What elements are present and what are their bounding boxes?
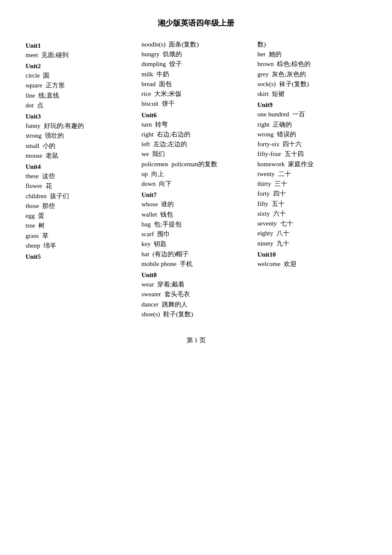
word-en: her xyxy=(257,51,265,58)
word-en: right xyxy=(257,121,269,128)
word-cn: 蛋 xyxy=(38,212,44,219)
word-cn: 一百 xyxy=(292,111,305,118)
word-en: down xyxy=(141,180,156,187)
unit-heading: Unit6 xyxy=(141,112,251,119)
word-entry: 数) xyxy=(257,40,366,49)
word-cn: 点 xyxy=(37,102,43,109)
word-cn: 三十 xyxy=(274,180,287,187)
unit-heading: Unit9 xyxy=(257,101,366,109)
word-cn: policeman的复数 xyxy=(171,161,217,168)
word-cn: 饼干 xyxy=(162,100,175,107)
word-cn: 六十 xyxy=(273,210,286,217)
word-en: grey xyxy=(257,71,269,78)
word-en: egg xyxy=(26,212,35,219)
word-entry: mouse 老鼠 xyxy=(26,151,135,161)
word-en: those xyxy=(26,202,39,209)
word-cn: 钥匙 xyxy=(154,240,167,247)
word-cn: 左边;左边的 xyxy=(153,141,187,147)
word-en: forty-six xyxy=(257,141,280,147)
word-cn: 错误的 xyxy=(277,131,296,138)
word-entry: up 向上 xyxy=(141,169,251,179)
word-en: circle xyxy=(26,72,40,79)
word-en: meet xyxy=(26,52,38,58)
word-cn: 向下 xyxy=(159,180,172,187)
word-cn: 见面;碰到 xyxy=(41,52,69,58)
word-entry: egg 蛋 xyxy=(26,211,135,221)
main-content: Unit1meet 见面;碰到Unit2circle 圆square 正方形li… xyxy=(26,40,366,319)
word-en: grass xyxy=(26,232,39,239)
word-cn: 绵羊 xyxy=(43,242,56,249)
word-entry: whose 谁的 xyxy=(141,199,251,209)
word-cn: 面条(复数) xyxy=(169,41,199,48)
word-entry: strong 强壮的 xyxy=(26,131,135,141)
word-entry: hat (有边的)帽子 xyxy=(141,249,251,259)
page-title: 湘少版英语四年级上册 xyxy=(26,17,366,29)
word-entry: shoe(s) 鞋子(复数) xyxy=(141,309,251,319)
unit-heading: Unit3 xyxy=(26,113,135,120)
word-entry: noodle(s) 面条(复数) xyxy=(141,40,251,49)
word-cn: 右边;右边的 xyxy=(157,131,190,138)
column-1: Unit1meet 见面;碰到Unit2circle 圆square 正方形li… xyxy=(26,40,138,261)
word-cn: 围巾 xyxy=(157,231,170,237)
word-cn: 正确的 xyxy=(273,121,292,128)
word-entry: wallet 钱包 xyxy=(141,210,251,220)
word-en: line xyxy=(26,92,35,99)
word-cn: 转弯 xyxy=(155,121,168,128)
word-en: these xyxy=(26,173,39,179)
word-entry: one hundred 一百 xyxy=(257,110,366,119)
unit-heading: Unit10 xyxy=(257,251,366,258)
word-entry: hungry 饥饿的 xyxy=(141,49,251,59)
word-cn: 四十 xyxy=(273,190,286,197)
word-entry: ninety 九十 xyxy=(257,239,366,249)
word-cn: 五十 xyxy=(272,200,285,207)
word-entry: key 钥匙 xyxy=(141,239,251,249)
word-cn: 钱包 xyxy=(160,211,173,218)
word-cn: 九十 xyxy=(277,240,289,247)
word-cn: 穿着;戴着 xyxy=(157,281,184,288)
word-en: sweater xyxy=(141,291,161,298)
word-cn: 这些 xyxy=(42,173,55,179)
word-cn: 孩子们 xyxy=(50,193,69,199)
word-entry: wrong 错误的 xyxy=(257,130,366,139)
word-entry: square 正方形 xyxy=(26,81,135,90)
word-en: brown xyxy=(257,61,274,67)
word-cn: 家庭作业 xyxy=(288,161,314,168)
word-entry: seventy 七十 xyxy=(257,219,366,228)
word-en: shoe(s) xyxy=(141,311,160,318)
word-cn: 鞋子(复数) xyxy=(163,311,193,318)
word-en: milk xyxy=(141,71,153,78)
word-entry: thirty 三十 xyxy=(257,179,366,189)
word-cn: 她的 xyxy=(269,51,282,58)
word-cn: 面包 xyxy=(159,81,172,87)
word-entry: funny 好玩的;有趣的 xyxy=(26,121,135,131)
word-en: sixty xyxy=(257,210,270,217)
word-en: right xyxy=(141,131,153,138)
word-en: noodle(s) xyxy=(141,41,166,48)
word-entry: turn 转弯 xyxy=(141,120,251,130)
word-cn: 线;直线 xyxy=(38,92,59,99)
word-cn: 欢迎 xyxy=(284,260,297,267)
word-entry: dot 点 xyxy=(26,101,135,110)
word-en: square xyxy=(26,82,42,89)
word-en: tree xyxy=(26,222,35,229)
word-en: turn xyxy=(141,121,152,128)
word-cn: (有边的)帽子 xyxy=(153,251,189,257)
word-cn: 袜子(复数) xyxy=(279,81,309,87)
word-entry: welcome 欢迎 xyxy=(257,259,366,269)
word-en: scarf xyxy=(141,231,154,237)
word-entry: sweater 套头毛衣 xyxy=(141,289,251,299)
unit-heading: Unit2 xyxy=(26,63,135,70)
word-cn: 牛奶 xyxy=(156,71,169,78)
word-cn: 正方形 xyxy=(46,82,65,89)
word-en: funny xyxy=(26,122,40,129)
word-entry: homework 家庭作业 xyxy=(257,159,366,169)
word-cn: 那些 xyxy=(42,202,55,209)
word-entry: flower 花 xyxy=(26,181,135,191)
word-cn: 圆 xyxy=(43,72,49,79)
word-en: sock(s) xyxy=(257,81,276,87)
word-en: small xyxy=(26,142,40,149)
word-en: one hundred xyxy=(257,111,289,118)
word-cn: 好玩的;有趣的 xyxy=(44,122,84,129)
word-en: homework xyxy=(257,161,285,168)
word-en: up xyxy=(141,171,148,177)
